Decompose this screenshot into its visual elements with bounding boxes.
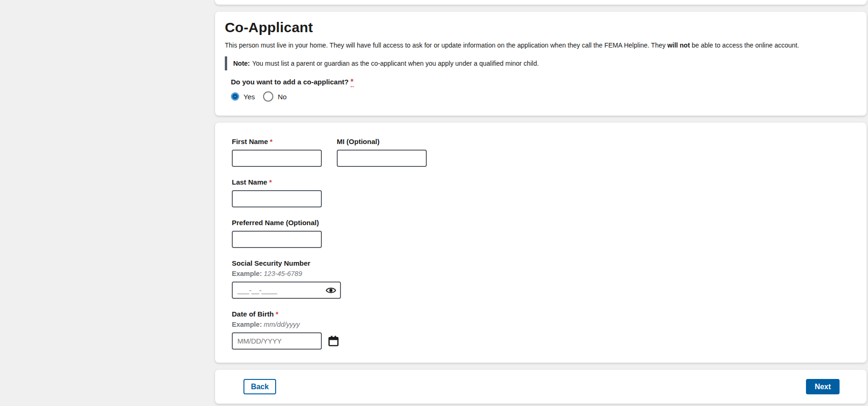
calendar-icon (328, 335, 339, 347)
preferred-name-input[interactable] (232, 231, 322, 248)
dob-input[interactable] (232, 332, 322, 350)
form-navigation-footer: Back Next (215, 370, 867, 404)
dob-example-value: mm/dd/yyyy (264, 321, 300, 328)
dob-required: * (276, 310, 278, 318)
toggle-ssn-visibility-button[interactable] (326, 287, 336, 294)
page-title: Co-Applicant (225, 19, 857, 36)
co-applicant-question: Do you want to add a co-applicant?* (231, 78, 857, 86)
middle-initial-input[interactable] (337, 150, 427, 167)
dob-group: Date of Birth* Example: mm/dd/yyyy (232, 310, 857, 350)
radio-yes-label: Yes (243, 93, 255, 101)
preferred-name-label: Preferred Name (Optional) (232, 219, 857, 227)
ssn-example: Example: 123-45-6789 (232, 270, 857, 278)
first-name-label-text: First Name (232, 138, 268, 145)
note-label: Note: (233, 59, 250, 68)
ssn-group: Social Security Number Example: 123-45-6… (232, 260, 857, 299)
name-row: First Name* MI (Optional) (232, 138, 857, 167)
next-button[interactable]: Next (806, 379, 840, 394)
dob-input-row (232, 332, 857, 350)
required-indicator: * (351, 78, 354, 87)
middle-initial-group: MI (Optional) (337, 138, 427, 167)
first-name-group: First Name* (232, 138, 322, 167)
last-name-label-text: Last Name (232, 178, 267, 186)
last-name-input[interactable] (232, 190, 322, 207)
first-name-input[interactable] (232, 150, 322, 167)
last-name-label: Last Name* (232, 179, 857, 186)
dob-label: Date of Birth* (232, 310, 857, 318)
radio-no-label: No (278, 93, 286, 101)
ssn-example-label: Example: (232, 270, 262, 277)
open-calendar-button[interactable] (328, 335, 339, 347)
dob-example: Example: mm/dd/yyyy (232, 321, 857, 329)
previous-card-fragment (215, 0, 867, 5)
middle-initial-label: MI (Optional) (337, 138, 427, 145)
co-applicant-intro-card: Co-Applicant This person must live in yo… (215, 12, 867, 116)
last-name-group: Last Name* (232, 179, 857, 207)
main-content-column: Co-Applicant This person must live in yo… (215, 0, 867, 404)
dob-example-label: Example: (232, 321, 262, 328)
ssn-input[interactable] (232, 282, 341, 299)
co-applicant-question-fieldset: Do you want to add a co-applicant?* Yes … (231, 78, 857, 102)
note-text: You must list a parent or guardian as th… (252, 59, 539, 68)
preferred-name-group: Preferred Name (Optional) (232, 219, 857, 248)
co-applicant-question-label: Do you want to add a co-applicant? (231, 78, 349, 86)
radio-option-no[interactable]: No (263, 91, 286, 102)
co-applicant-radio-group: Yes No (231, 91, 857, 102)
intro-text-before: This person must live in your home. They… (225, 41, 667, 49)
intro-text-after: be able to access the online account. (690, 41, 799, 49)
last-name-required: * (269, 178, 272, 186)
note-callout: Note: You must list a parent or guardian… (225, 56, 857, 70)
radio-yes-selected-icon[interactable] (232, 94, 238, 99)
ssn-input-wrapper (232, 282, 341, 299)
intro-text-bold: will not (667, 41, 690, 49)
ssn-example-value: 123-45-6789 (264, 270, 302, 277)
back-button[interactable]: Back (243, 379, 276, 394)
eye-icon (326, 287, 336, 294)
radio-no-unselected-icon[interactable] (263, 91, 273, 102)
ssn-label: Social Security Number (232, 260, 857, 267)
first-name-required: * (270, 138, 273, 145)
radio-option-yes[interactable]: Yes (231, 92, 255, 101)
dob-label-text: Date of Birth (232, 310, 274, 318)
co-applicant-form-card: First Name* MI (Optional) Last Name* Pre… (215, 123, 867, 363)
intro-text: This person must live in your home. They… (225, 41, 857, 50)
first-name-label: First Name* (232, 138, 322, 145)
